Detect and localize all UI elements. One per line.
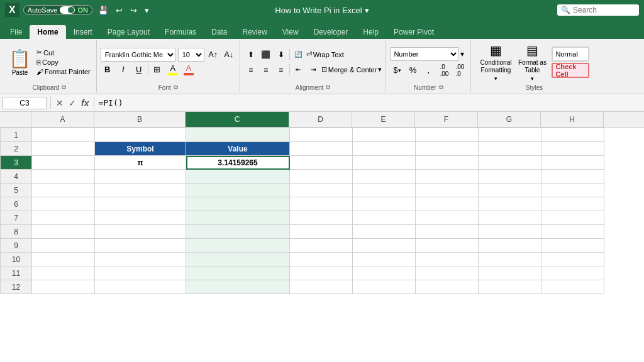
cell-b2[interactable]: Symbol bbox=[95, 142, 186, 156]
cell-a4[interactable] bbox=[32, 170, 95, 184]
cell-f3[interactable] bbox=[416, 156, 479, 170]
orientation-button[interactable]: 🔄 bbox=[291, 48, 305, 62]
col-header-d[interactable]: D bbox=[289, 112, 352, 127]
cell-b1[interactable] bbox=[95, 128, 186, 142]
row-header-3[interactable]: 3 bbox=[1, 156, 32, 170]
cell-e1[interactable] bbox=[353, 128, 416, 142]
tab-data[interactable]: Data bbox=[204, 25, 235, 39]
alignment-dialog-launcher[interactable]: ⧉ bbox=[326, 84, 330, 91]
redo-button[interactable]: ↪ bbox=[128, 4, 139, 16]
cut-button[interactable]: ✂ Cut bbox=[35, 48, 92, 57]
align-left-button[interactable]: ≡ bbox=[244, 63, 258, 77]
cell-g2[interactable] bbox=[479, 142, 541, 156]
cell-f2[interactable] bbox=[416, 142, 479, 156]
italic-button[interactable]: I bbox=[116, 63, 130, 77]
row-header-1[interactable]: 1 bbox=[1, 128, 32, 142]
formula-fx-button[interactable]: fx bbox=[80, 98, 90, 108]
font-color-button[interactable]: A bbox=[182, 63, 196, 77]
col-header-b[interactable]: B bbox=[94, 112, 186, 127]
underline-button[interactable]: U bbox=[132, 63, 146, 77]
tab-page-layout[interactable]: Page Layout bbox=[100, 25, 157, 39]
tab-formulas[interactable]: Formulas bbox=[157, 25, 204, 39]
align-top-button[interactable]: ⬆ bbox=[244, 48, 258, 62]
increase-indent-button[interactable]: ⇥ bbox=[306, 63, 320, 77]
font-increase-button[interactable]: A↑ bbox=[206, 48, 220, 62]
cell-d3[interactable] bbox=[290, 156, 353, 170]
grid-container[interactable]: 1 2 Symbol Value bbox=[0, 128, 644, 294]
tab-home[interactable]: Home bbox=[30, 25, 65, 39]
cell-d1[interactable] bbox=[290, 128, 353, 142]
format-as-table-button[interactable]: ▤ Format asTable ▾ bbox=[515, 46, 549, 79]
cell-b3[interactable]: π bbox=[95, 156, 186, 170]
tab-developer[interactable]: Developer bbox=[306, 25, 356, 39]
tab-power-pivot[interactable]: Power Pivot bbox=[386, 25, 441, 39]
cell-h3[interactable] bbox=[541, 156, 604, 170]
cell-g1[interactable] bbox=[479, 128, 541, 142]
decrease-decimal-button[interactable]: .00.0 bbox=[453, 63, 467, 77]
currency-button[interactable]: $▾ bbox=[390, 63, 404, 77]
row-header-4[interactable]: 4 bbox=[1, 170, 32, 184]
cell-a2[interactable] bbox=[32, 142, 95, 156]
autosave-badge[interactable]: AutoSave ON bbox=[23, 5, 92, 15]
row-header-11[interactable]: 11 bbox=[1, 266, 32, 280]
cell-e3[interactable] bbox=[353, 156, 416, 170]
paste-button[interactable]: 📋 Paste bbox=[6, 47, 33, 77]
bold-button[interactable]: B bbox=[101, 63, 114, 77]
comma-button[interactable]: , bbox=[421, 63, 435, 77]
title-dropdown[interactable]: ▾ bbox=[365, 6, 369, 15]
row-header-9[interactable]: 9 bbox=[1, 239, 32, 253]
normal-style-button[interactable]: Normal bbox=[552, 47, 589, 62]
undo-button[interactable]: ↩ bbox=[114, 4, 125, 16]
font-decrease-button[interactable]: A↓ bbox=[222, 48, 236, 62]
cell-h2[interactable] bbox=[541, 142, 604, 156]
number-format-dropdown[interactable]: ▾ bbox=[460, 50, 464, 58]
merge-dropdown-icon[interactable]: ▾ bbox=[378, 65, 382, 74]
tab-file[interactable]: File bbox=[3, 25, 30, 39]
merge-center-button[interactable]: ⊡ Merge & Center ▾ bbox=[321, 65, 382, 74]
tab-review[interactable]: Review bbox=[235, 25, 274, 39]
check-cell-style-button[interactable]: Check Cell bbox=[552, 63, 589, 78]
number-format-select[interactable]: Number bbox=[390, 47, 459, 61]
col-header-f[interactable]: F bbox=[415, 112, 478, 127]
wrap-text-button[interactable]: ⏎ Wrap Text bbox=[306, 50, 344, 58]
tab-insert[interactable]: Insert bbox=[66, 25, 100, 39]
col-header-c[interactable]: C bbox=[186, 112, 289, 127]
formula-confirm-button[interactable]: ✓ bbox=[67, 98, 77, 108]
cell-a3[interactable] bbox=[32, 156, 95, 170]
font-size-select[interactable]: 10 bbox=[178, 48, 204, 62]
format-table-dropdown[interactable]: ▾ bbox=[531, 75, 534, 82]
copy-button[interactable]: ⎘ Copy bbox=[35, 58, 92, 67]
cell-c2[interactable]: Value bbox=[186, 142, 290, 156]
search-box[interactable]: 🔍 bbox=[557, 4, 639, 16]
cell-g3[interactable] bbox=[479, 156, 541, 170]
border-button[interactable]: ⊞ bbox=[150, 63, 164, 77]
font-name-select[interactable]: Franklin Gothic Me bbox=[101, 48, 176, 62]
select-all-button[interactable] bbox=[0, 112, 31, 127]
tab-help[interactable]: Help bbox=[355, 25, 386, 39]
formula-cancel-button[interactable]: ✕ bbox=[55, 98, 65, 108]
cell-a1[interactable] bbox=[32, 128, 95, 142]
format-painter-button[interactable]: 🖌 Format Painter bbox=[35, 67, 92, 76]
cell-e2[interactable] bbox=[353, 142, 416, 156]
row-header-12[interactable]: 12 bbox=[1, 280, 32, 294]
conditional-formatting-dropdown[interactable]: ▾ bbox=[494, 75, 497, 82]
col-header-e[interactable]: E bbox=[352, 112, 415, 127]
cell-h1[interactable] bbox=[541, 128, 604, 142]
fill-color-button[interactable]: A bbox=[166, 63, 180, 77]
row-header-6[interactable]: 6 bbox=[1, 197, 32, 211]
row-header-7[interactable]: 7 bbox=[1, 211, 32, 225]
cell-c1[interactable] bbox=[186, 128, 290, 142]
cell-b4[interactable] bbox=[95, 170, 186, 184]
row-header-10[interactable]: 10 bbox=[1, 253, 32, 266]
align-right-button[interactable]: ≡ bbox=[274, 63, 288, 77]
align-bottom-button[interactable]: ⬇ bbox=[274, 48, 288, 62]
number-dialog-launcher[interactable]: ⧉ bbox=[439, 84, 443, 91]
row-header-2[interactable]: 2 bbox=[1, 142, 32, 156]
conditional-formatting-button[interactable]: ▦ ConditionalFormatting ▾ bbox=[479, 46, 513, 79]
align-middle-button[interactable]: ⬛ bbox=[259, 48, 273, 62]
customize-qat-button[interactable]: ▾ bbox=[143, 4, 151, 16]
formula-input[interactable] bbox=[98, 98, 641, 107]
col-header-g[interactable]: G bbox=[478, 112, 541, 127]
cell-f1[interactable] bbox=[416, 128, 479, 142]
increase-decimal-button[interactable]: .0.00 bbox=[437, 63, 451, 77]
